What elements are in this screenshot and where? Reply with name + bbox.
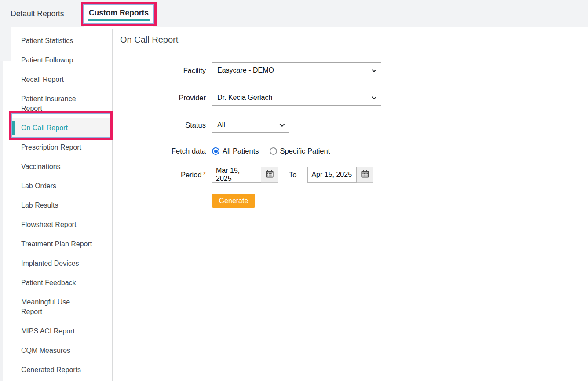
left-edge-strip bbox=[0, 61, 3, 381]
status-row: Status All bbox=[113, 117, 588, 133]
page-title: On Call Report bbox=[120, 35, 588, 45]
sidebar-item-vaccinations[interactable]: Vaccinations bbox=[11, 157, 112, 176]
calendar-icon bbox=[266, 170, 274, 180]
sidebar-item-label: Prescription Report bbox=[21, 143, 81, 151]
report-sidebar: Patient StatisticsPatient FollowupRecall… bbox=[11, 29, 113, 381]
sidebar-item-label: Implanted Devices bbox=[21, 260, 79, 267]
radio-all-patients[interactable]: All Patients bbox=[212, 147, 259, 155]
sidebar-item-label: Lab Results bbox=[21, 201, 58, 209]
fetch-data-row: Fetch data All Patients Specific Patient bbox=[113, 147, 588, 155]
radio-selected-icon[interactable] bbox=[212, 147, 219, 155]
facility-row: Facility Easycare - DEMO bbox=[113, 62, 588, 78]
sidebar-item-cqm-measures[interactable]: CQM Measures bbox=[11, 341, 112, 360]
period-to-label: To bbox=[289, 171, 296, 179]
period-from-calendar-button[interactable] bbox=[261, 167, 278, 183]
sidebar-item-lab-orders[interactable]: Lab Orders bbox=[11, 176, 112, 196]
main-content: On Call Report Facility Easycare - DEMO … bbox=[113, 27, 588, 381]
sidebar-item-label: Vaccinations bbox=[21, 163, 61, 170]
sidebar-item-lab-results[interactable]: Lab Results bbox=[11, 196, 112, 215]
sidebar-item-patient-insurance-report[interactable]: Patient Insurance Report bbox=[11, 89, 112, 118]
sidebar-item-label: MIPS ACI Report bbox=[21, 327, 75, 335]
radio-specific-patient-label: Specific Patient bbox=[280, 147, 330, 155]
fetch-data-radio-group: All Patients Specific Patient bbox=[212, 147, 330, 155]
on-call-report-form: Facility Easycare - DEMO Provider Dr. Ke… bbox=[113, 52, 588, 208]
tab-default-reports[interactable]: Default Reports bbox=[11, 0, 64, 27]
sidebar-item-prescription-report[interactable]: Prescription Report bbox=[11, 138, 112, 157]
sidebar-item-label: Patient Statistics bbox=[21, 37, 73, 44]
sidebar-item-label: Generated Reports bbox=[21, 366, 81, 374]
sidebar-item-label: On Call Report bbox=[21, 124, 68, 132]
calendar-icon bbox=[361, 170, 369, 180]
sidebar-item-patient-feedback[interactable]: Patient Feedback bbox=[11, 273, 112, 293]
chevron-down-icon bbox=[372, 95, 376, 99]
tab-custom-reports[interactable]: Custom Reports bbox=[84, 5, 153, 27]
period-to-calendar-button[interactable] bbox=[357, 167, 373, 183]
active-tab-underline bbox=[88, 19, 150, 21]
sidebar-item-label: Meaningful Use Report bbox=[21, 298, 70, 315]
sidebar-item-implanted-devices[interactable]: Implanted Devices bbox=[11, 254, 112, 273]
facility-label: Facility bbox=[113, 66, 206, 75]
sidebar-item-label: Patient Feedback bbox=[21, 279, 76, 286]
left-gutter bbox=[0, 27, 11, 61]
provider-label: Provider bbox=[113, 94, 206, 102]
sidebar-item-label: Recall Report bbox=[21, 76, 64, 83]
chevron-down-icon bbox=[372, 67, 376, 72]
sidebar-item-label: Patient Followup bbox=[21, 56, 73, 64]
period-row: Period* Mar 15, 2025 bbox=[113, 167, 588, 183]
tab-custom-reports-label: Custom Reports bbox=[89, 8, 149, 18]
sidebar-item-meaningful-use-report[interactable]: Meaningful Use Report bbox=[11, 293, 112, 322]
period-label: Period* bbox=[113, 171, 206, 179]
sidebar-item-label: Lab Orders bbox=[21, 182, 56, 190]
required-asterisk: * bbox=[203, 171, 206, 179]
sidebar-item-recall-report[interactable]: Recall Report bbox=[11, 70, 112, 89]
provider-select[interactable]: Dr. Kecia Gerlach bbox=[212, 90, 381, 106]
status-select-value: All bbox=[217, 121, 225, 129]
provider-row: Provider Dr. Kecia Gerlach bbox=[113, 90, 588, 106]
sidebar-item-label: CQM Measures bbox=[21, 347, 70, 354]
generate-button[interactable]: Generate bbox=[212, 194, 255, 208]
content-header: On Call Report bbox=[113, 27, 588, 52]
sidebar-item-label: Treatment Plan Report bbox=[21, 240, 92, 248]
radio-all-patients-label: All Patients bbox=[223, 147, 259, 155]
provider-select-value: Dr. Kecia Gerlach bbox=[217, 94, 272, 102]
sidebar-item-treatment-plan-report[interactable]: Treatment Plan Report bbox=[11, 234, 112, 254]
radio-unselected-icon[interactable] bbox=[270, 147, 277, 155]
status-label: Status bbox=[113, 121, 206, 129]
report-type-tabbar: Default Reports Custom Reports bbox=[0, 0, 588, 27]
radio-specific-patient[interactable]: Specific Patient bbox=[270, 147, 330, 155]
period-to-datebox: Apr 15, 2025 bbox=[307, 167, 373, 183]
period-from-value: Mar 15, 2025 bbox=[216, 167, 257, 183]
sidebar-item-mips-aci-report[interactable]: MIPS ACI Report bbox=[11, 322, 112, 341]
period-label-text: Period bbox=[181, 171, 202, 179]
status-select[interactable]: All bbox=[212, 117, 289, 133]
sidebar-list: Patient StatisticsPatient FollowupRecall… bbox=[11, 31, 112, 380]
sidebar-item-patient-statistics[interactable]: Patient Statistics bbox=[11, 31, 112, 51]
generate-row: Generate bbox=[113, 194, 588, 208]
period-from-input[interactable]: Mar 15, 2025 bbox=[212, 167, 261, 183]
fetch-data-label: Fetch data bbox=[113, 147, 206, 155]
reports-page: Default Reports Custom Reports Patient S… bbox=[0, 0, 588, 381]
chevron-down-icon bbox=[280, 122, 285, 127]
sidebar-item-label: Patient Insurance Report bbox=[21, 95, 76, 112]
sidebar-item-label: Flowsheet Report bbox=[21, 221, 76, 228]
facility-select[interactable]: Easycare - DEMO bbox=[212, 62, 381, 78]
sidebar-item-patient-followup[interactable]: Patient Followup bbox=[11, 51, 112, 70]
period-to-input[interactable]: Apr 15, 2025 bbox=[307, 167, 357, 183]
period-to-value: Apr 15, 2025 bbox=[311, 171, 352, 179]
sidebar-item-on-call-report[interactable]: On Call Report bbox=[11, 118, 112, 138]
tab-default-reports-label: Default Reports bbox=[11, 9, 64, 18]
facility-select-value: Easycare - DEMO bbox=[217, 66, 274, 74]
period-from-datebox: Mar 15, 2025 bbox=[212, 167, 278, 183]
sidebar-item-flowsheet-report[interactable]: Flowsheet Report bbox=[11, 215, 112, 234]
sidebar-item-generated-reports[interactable]: Generated Reports bbox=[11, 360, 112, 380]
